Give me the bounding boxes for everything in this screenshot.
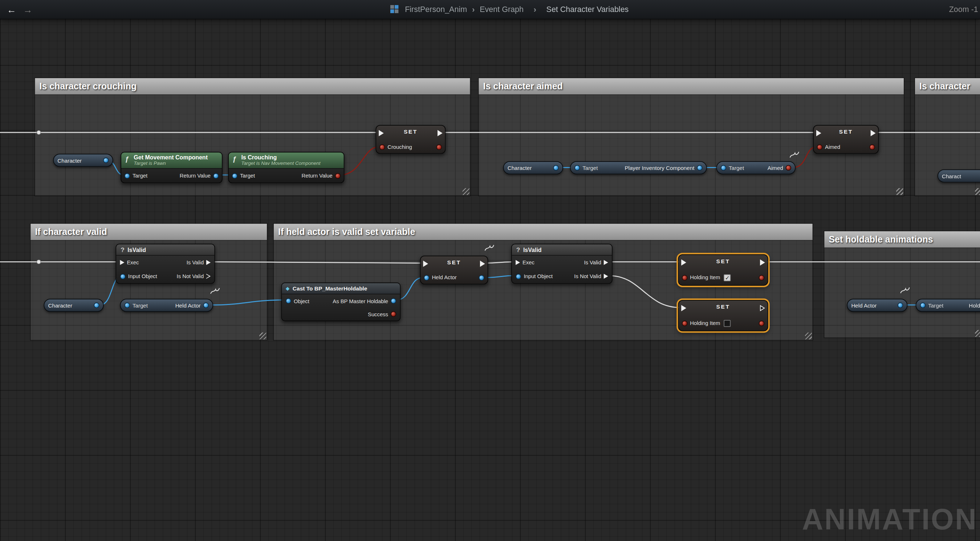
comment-header[interactable]: Is character aimed [479, 78, 904, 94]
object-pin-in[interactable] [124, 302, 130, 308]
pin-row: Input Object Is Not Valid [512, 269, 612, 283]
set-node-title: SET [679, 258, 767, 264]
input-object[interactable]: Input Object [515, 273, 553, 279]
node-set-holding-item-true[interactable]: SET Holding Item ✓ [678, 255, 768, 286]
is-not-valid-output[interactable]: Is Not Valid [574, 273, 608, 279]
comment-header[interactable]: If character valid [30, 224, 267, 240]
object-pin-out[interactable] [697, 165, 702, 170]
object-pin-out[interactable] [897, 302, 903, 308]
node-set-aimed[interactable]: SET Aimed [813, 125, 879, 154]
node-isvalid-1[interactable]: ? IsValid Exec Is Valid Input Object Is … [116, 243, 215, 283]
comment-header[interactable]: Is character crouching [35, 78, 470, 94]
node-get-held-actor[interactable]: Target Held Actor [120, 299, 213, 312]
node-get-aimed[interactable]: Target Aimed [716, 161, 796, 174]
breadcrumb-root[interactable]: FirstPerson_Anim [405, 5, 467, 14]
input-object[interactable]: Input Object [120, 273, 157, 279]
object-pin-in[interactable] [232, 173, 237, 178]
exec-out-pin[interactable] [604, 274, 608, 279]
set-node-row: Held Actor [420, 271, 487, 283]
bool-pin-out[interactable] [869, 144, 875, 150]
back-button[interactable]: ← [7, 5, 16, 14]
chevron-right-icon: › [534, 5, 536, 14]
object-pin-out[interactable] [103, 158, 108, 163]
object-pin-in[interactable] [721, 165, 726, 170]
variable-get-held-actor[interactable]: Held Actor [847, 299, 907, 312]
object-pin-in[interactable] [424, 275, 429, 280]
bool-pin-out[interactable] [759, 275, 764, 280]
object-pin-out[interactable] [391, 298, 396, 304]
set-node-row: Aimed [814, 140, 878, 153]
exec-in-pin[interactable] [515, 260, 520, 265]
bool-pin-in[interactable] [682, 320, 687, 326]
is-not-valid-output[interactable]: Is Not Valid [177, 273, 211, 279]
variable-get-character[interactable]: Character [44, 299, 103, 312]
object-pin-in[interactable] [515, 274, 521, 279]
node-title: Get Movement Component [134, 154, 218, 161]
variable-get-character[interactable]: Character [503, 161, 563, 174]
bool-pin-in[interactable] [682, 275, 687, 280]
object-pin-out[interactable] [213, 173, 219, 178]
bool-pin-out[interactable] [759, 320, 764, 326]
bool-pin-out[interactable] [786, 165, 791, 170]
object-pin-in[interactable] [286, 298, 291, 304]
bool-pin-out[interactable] [436, 144, 442, 150]
object-pin-in[interactable] [120, 274, 125, 279]
comment-body [824, 248, 980, 338]
node-get-player-inventory-component[interactable]: Target Player Inventory Component [570, 161, 707, 174]
as-bp-master-holdable-output[interactable]: As BP Master Holdable [332, 298, 396, 304]
set-node-header: SET [420, 256, 487, 271]
exec-input[interactable]: Exec [515, 259, 535, 266]
exec-out-pin-hollow[interactable] [760, 305, 765, 311]
target-input[interactable]: Target [232, 172, 255, 179]
exec-input[interactable]: Exec [120, 259, 139, 266]
node-set-held-actor[interactable]: SET Held Actor [420, 256, 488, 284]
object-pin-out[interactable] [203, 302, 208, 308]
object-pin-in[interactable] [124, 173, 130, 178]
exec-out-pin[interactable] [438, 130, 442, 136]
is-valid-output[interactable]: Is Valid [584, 259, 608, 266]
bool-checkbox-unchecked[interactable] [724, 320, 731, 326]
variable-get-character[interactable]: Character [53, 154, 113, 167]
comment-header[interactable]: Is character [915, 78, 980, 94]
exec-in-pin[interactable] [120, 260, 124, 265]
pin-label: Return Value [180, 172, 211, 179]
node-get-holdable-clipped[interactable]: Target Holdab [916, 299, 980, 312]
object-input[interactable]: Object [286, 298, 309, 304]
variable-get-character-clipped[interactable]: Charact [937, 169, 980, 182]
variable-label: Held Actor [175, 302, 201, 308]
forward-button[interactable]: → [23, 5, 33, 14]
target-input[interactable]: Target [124, 172, 147, 179]
success-output[interactable]: Success [368, 311, 396, 317]
exec-out-pin[interactable] [871, 130, 876, 136]
bool-pin-out[interactable] [391, 311, 396, 317]
object-pin-out[interactable] [479, 275, 484, 280]
object-pin-out[interactable] [553, 165, 558, 170]
exec-out-pin[interactable] [760, 259, 765, 266]
comment-set-holdable-animations[interactable]: Set holdable animations [824, 231, 980, 338]
exec-out-pin[interactable] [604, 260, 608, 265]
return-output[interactable]: Return Value [180, 172, 219, 179]
node-set-holding-item-false[interactable]: SET Holding Item [678, 300, 768, 331]
node-get-movement-component[interactable]: ƒ Get Movement Component Target is Pawn … [121, 152, 223, 183]
return-output[interactable]: Return Value [301, 172, 340, 179]
exec-out-pin[interactable] [206, 260, 211, 265]
node-isvalid-2[interactable]: ? IsValid Exec Is Valid Input Object Is … [511, 243, 612, 283]
blueprint-graph-canvas[interactable]: ANIMATION Is character crouching Is char… [0, 0, 980, 541]
is-valid-output[interactable]: Is Valid [187, 259, 211, 266]
comment-header[interactable]: Set holdable animations [824, 231, 980, 248]
comment-title: If held actor is valid set variable [278, 227, 415, 237]
bool-checkbox-checked[interactable]: ✓ [724, 274, 731, 281]
object-pin-in[interactable] [920, 302, 926, 308]
node-is-crouching[interactable]: ƒ Is Crouching Target is Nav Movement Co… [228, 152, 344, 183]
bool-pin-in[interactable] [379, 144, 385, 150]
exec-out-pin-hollow[interactable] [206, 274, 211, 279]
node-cast-to-bp-masterholdable[interactable]: ◆ Cast To BP_MasterHoldable Object As BP… [282, 282, 401, 321]
exec-out-pin[interactable] [480, 261, 485, 267]
comment-header[interactable]: If held actor is valid set variable [274, 224, 813, 240]
bool-pin-in[interactable] [817, 144, 822, 150]
object-pin-out[interactable] [94, 302, 99, 308]
node-set-crouching[interactable]: SET Crouching [376, 125, 446, 154]
bool-pin-out[interactable] [335, 173, 340, 178]
object-pin-in[interactable] [574, 165, 580, 170]
breadcrumb-graph[interactable]: Event Graph [480, 5, 523, 14]
